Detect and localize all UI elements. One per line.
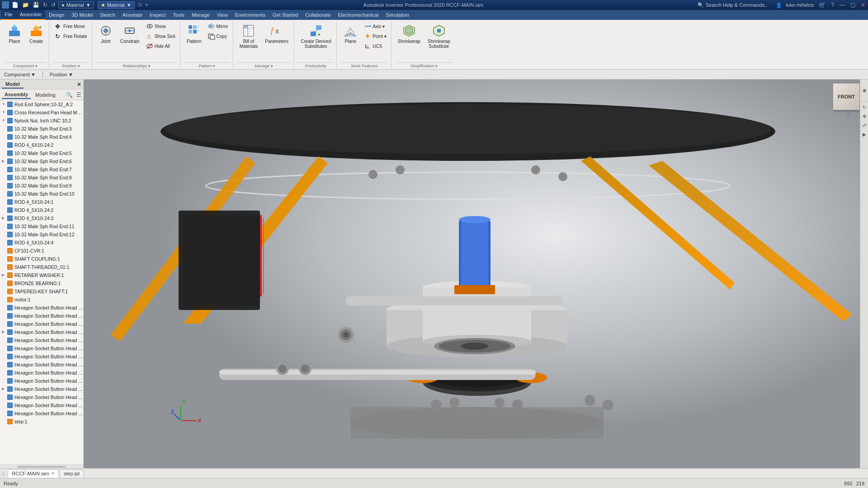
axis-button[interactable]: Axis ▾ bbox=[362, 22, 388, 31]
place-button[interactable]: Place bbox=[5, 22, 24, 46]
menu-view[interactable]: View bbox=[213, 10, 231, 20]
tree-tab-assembly[interactable]: Assembly bbox=[2, 91, 31, 99]
tree-search-icon[interactable]: 🔍 bbox=[66, 92, 73, 98]
tree-item[interactable]: Hexagon Socket Button Head Cap Scre... bbox=[0, 312, 83, 320]
tree-item[interactable]: Hexagon Socket Button Head Cap Scre... bbox=[0, 344, 83, 352]
menu-assemble[interactable]: Assemble bbox=[16, 10, 45, 20]
shrinkwrap-sub-button[interactable]: ShrinkwrapSubstitute bbox=[425, 22, 453, 51]
menu-file[interactable]: File bbox=[1, 10, 16, 20]
tree-item[interactable]: ▶RETAINER WASHER:1 bbox=[0, 271, 83, 279]
tree-item[interactable]: 10-32 Male Sph Rod End:4 bbox=[0, 133, 83, 141]
tree-item[interactable]: Hexagon Socket Button Head Cap Scre... bbox=[0, 352, 83, 361]
menu-getstarted[interactable]: Get Started bbox=[269, 10, 302, 20]
tree-menu-icon[interactable]: ☰ bbox=[76, 92, 81, 98]
search-help[interactable]: 🔍 Search Help & Commands... bbox=[698, 2, 769, 8]
tree-item[interactable]: motor:1 bbox=[0, 296, 83, 304]
close-btn[interactable]: ✕ bbox=[860, 2, 866, 8]
tree-item[interactable]: ▶ROD 4_5X10-24:3 bbox=[0, 214, 83, 222]
navcube-face[interactable]: FRONT bbox=[833, 83, 860, 110]
sidebar-tab-model[interactable]: Model bbox=[2, 80, 24, 89]
sidebar-scrollbar-thumb[interactable] bbox=[17, 466, 66, 468]
viewport[interactable]: Z X Y FRONT bbox=[84, 80, 868, 468]
cart-icon[interactable]: 🛒 bbox=[818, 2, 826, 8]
menu-simulation[interactable]: Simulation bbox=[382, 10, 412, 20]
tree-item[interactable]: ▶Hexagon Socket Button Head Cap Scre... bbox=[0, 385, 83, 393]
home-icon[interactable]: ⌂ bbox=[2, 470, 5, 477]
tab-rccf-main[interactable]: RCCF-MAIN.iam ✕ bbox=[8, 469, 59, 478]
look-at-btn[interactable]: ▶ bbox=[861, 131, 868, 138]
tree-tab-modeling[interactable]: Modeling bbox=[33, 91, 58, 99]
menu-manage[interactable]: Manage bbox=[188, 10, 213, 20]
sidebar-close-btn[interactable]: ✕ bbox=[77, 81, 81, 88]
position-dropdown[interactable]: Position ▼ bbox=[47, 70, 75, 79]
create-derived-button[interactable]: + Create DerivedSubstitutes bbox=[298, 22, 334, 51]
tree-list[interactable]: ▼Rod End Sphere:10-32_A:2▼Cross Recessed… bbox=[0, 100, 83, 465]
formula-btn[interactable]: fx bbox=[138, 2, 142, 8]
tree-item[interactable]: SHAFT COUPLING:1 bbox=[0, 255, 83, 263]
tree-item[interactable]: 10-32 Male Sph Rod End:12 bbox=[0, 230, 83, 239]
shrinkwrap-button[interactable]: Shrinkwrap bbox=[395, 22, 423, 46]
tree-item[interactable]: CF101-CVR:1 bbox=[0, 247, 83, 255]
show-button[interactable]: Show bbox=[144, 22, 178, 31]
constrain-button[interactable]: Constrain bbox=[118, 22, 142, 46]
pan-btn[interactable]: ✥ bbox=[861, 113, 868, 120]
tree-item[interactable]: TAPERED-KEY SHAFT:1 bbox=[0, 287, 83, 296]
tree-item[interactable]: 10-32 Male Sph Rod End:7 bbox=[0, 165, 83, 174]
pattern-button[interactable]: Pattern bbox=[184, 22, 204, 46]
open-btn[interactable]: 📁 bbox=[21, 2, 30, 8]
username-label[interactable]: luke.mihelcic bbox=[786, 2, 814, 8]
create-button[interactable]: + Create bbox=[26, 22, 46, 46]
zoom-btn[interactable]: ☍ bbox=[861, 122, 868, 129]
menu-annotate[interactable]: Annotate bbox=[119, 10, 146, 20]
orbit-btn[interactable]: ↻ bbox=[861, 103, 868, 111]
tree-item[interactable]: ▶10-32 Male Sph Rod End:6 bbox=[0, 157, 83, 165]
undo-btn[interactable]: ↻ bbox=[42, 2, 48, 8]
tree-item[interactable]: Hexagon Socket Button Head Cap Scre... bbox=[0, 409, 83, 418]
tree-item[interactable]: 10-32 Male Sph Rod End:3 bbox=[0, 125, 83, 133]
bom-button[interactable]: Bill ofMaterials bbox=[237, 22, 261, 51]
tree-item[interactable]: BRONZE BEARING:1 bbox=[0, 279, 83, 287]
tree-item[interactable]: 10-32 Male Sph Rod End:8 bbox=[0, 174, 83, 182]
tree-item[interactable]: Hexagon Socket Button Head Cap Scre... bbox=[0, 377, 83, 385]
tree-item[interactable]: 10-32 Male Sph Rod End:10 bbox=[0, 190, 83, 198]
tree-item[interactable]: ▼Nylock Nut, Inch UNC 10:2 bbox=[0, 117, 83, 125]
tree-item[interactable]: ▼Cross Recessed Pan Head Machine Sc... bbox=[0, 108, 83, 117]
minimize-btn[interactable]: — bbox=[839, 2, 846, 8]
menu-inspect[interactable]: Inspect bbox=[146, 10, 169, 20]
tree-item[interactable]: ROD 4_5X10-24:1 bbox=[0, 198, 83, 206]
tree-item[interactable]: Hexagon Socket Button Head Cap Scre... bbox=[0, 401, 83, 409]
menu-environments[interactable]: Environments bbox=[231, 10, 269, 20]
view-cube-btn[interactable]: ▣ bbox=[861, 81, 868, 99]
free-rotate-button[interactable]: ↻ Free Rotate bbox=[53, 32, 89, 41]
tree-item[interactable]: Hexagon Socket Button Head Cap Scre... bbox=[0, 393, 83, 401]
parameters-button[interactable]: f x Parameters bbox=[262, 22, 291, 46]
copy-button[interactable]: Copy bbox=[206, 32, 230, 41]
navcube-home[interactable]: ⌂ bbox=[847, 111, 850, 116]
tree-item[interactable]: Hexagon Socket Button Head Cap Scre... bbox=[0, 320, 83, 328]
free-move-button[interactable]: ✥ Free Move bbox=[53, 22, 89, 31]
tab-rccf-close[interactable]: ✕ bbox=[51, 471, 55, 476]
tab-step[interactable]: step.ipt bbox=[60, 469, 84, 477]
tree-item[interactable]: Hexagon Socket Button Head Cap Scre... bbox=[0, 304, 83, 312]
tree-item[interactable]: SHAFT-THREADED_01:1 bbox=[0, 263, 83, 271]
tree-item[interactable]: Hexagon Socket Button Head Cap Scre... bbox=[0, 336, 83, 344]
show-sick-button[interactable]: ⚠ Show Sick bbox=[144, 32, 178, 41]
tree-item[interactable]: ▶Hexagon Socket Button Head Cap Scre... bbox=[0, 328, 83, 336]
component-dropdown[interactable]: Component ▼ bbox=[2, 70, 38, 79]
point-button[interactable]: Point ▾ bbox=[362, 32, 388, 41]
ucs-button[interactable]: UCS bbox=[362, 42, 388, 51]
hide-all-button[interactable]: Hide All bbox=[144, 42, 178, 51]
menu-design[interactable]: Design bbox=[45, 10, 68, 20]
mirror-button[interactable]: Mirror bbox=[206, 22, 230, 31]
sidebar-scrollbar[interactable] bbox=[0, 465, 83, 468]
tree-item[interactable]: ROD 4_5X10-24:4 bbox=[0, 239, 83, 247]
tree-item[interactable]: 10-32 Male Sph Rod End:11 bbox=[0, 222, 83, 230]
menu-sketch[interactable]: Sketch bbox=[96, 10, 119, 20]
tree-item[interactable]: Hexagon Socket Button Head Cap Scre... bbox=[0, 361, 83, 369]
tree-item[interactable]: step:1 bbox=[0, 418, 83, 426]
tree-item[interactable]: 10-32 Male Sph Rod End:5 bbox=[0, 149, 83, 157]
menu-3dmodel[interactable]: 3D Model bbox=[68, 10, 96, 20]
joint-button[interactable]: Joint bbox=[96, 22, 116, 46]
tree-item[interactable]: 10-32 Male Sph Rod End:9 bbox=[0, 182, 83, 190]
tree-item[interactable]: ROD 4_5X10-24:2 bbox=[0, 206, 83, 214]
